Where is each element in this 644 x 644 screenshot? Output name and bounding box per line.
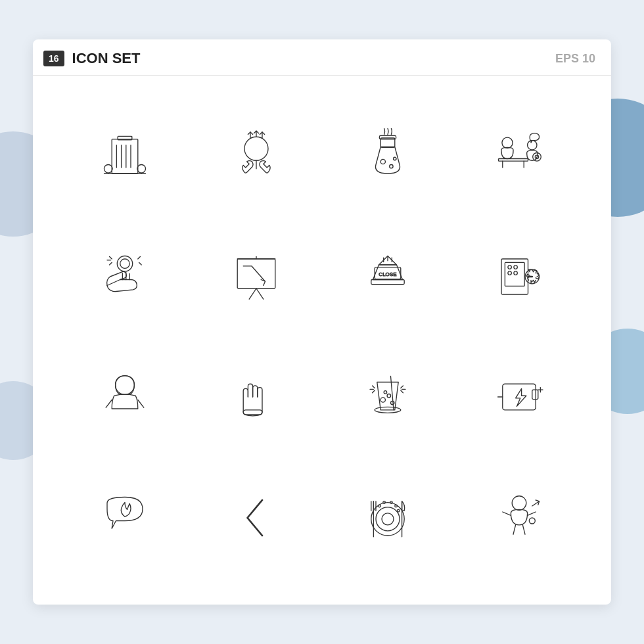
svg-rect-17 [379, 135, 396, 139]
svg-point-31 [117, 256, 132, 271]
svg-point-11 [244, 137, 268, 160]
icon-grid: CLOSE [33, 76, 611, 598]
svg-line-95 [522, 525, 525, 534]
icon-cell-tree-tools [191, 95, 322, 216]
svg-rect-60 [243, 410, 262, 415]
hand-coin-icon [95, 247, 154, 306]
potion-icon [358, 126, 417, 185]
svg-line-36 [138, 256, 141, 259]
svg-point-91 [512, 496, 526, 511]
svg-point-86 [379, 505, 381, 507]
icon-cell-arrow-left [191, 457, 322, 578]
tree-tools-icon [227, 126, 286, 185]
icon-cell-chart-down [191, 216, 322, 337]
svg-point-53 [508, 271, 511, 275]
svg-point-18 [380, 159, 385, 164]
icon-cell-potion [322, 95, 453, 216]
close-sign-icon: CLOSE [358, 247, 417, 306]
svg-point-89 [395, 505, 398, 507]
page-title: ICON SET [72, 50, 141, 67]
icon-cell-drink [322, 337, 453, 458]
badge-number: 16 [43, 51, 64, 66]
svg-line-72 [401, 390, 403, 393]
conversation-icon [490, 126, 549, 185]
svg-point-80 [382, 513, 394, 525]
svg-line-92 [503, 512, 511, 515]
arrow-left-icon [227, 488, 286, 547]
svg-line-59 [138, 400, 144, 408]
svg-point-51 [508, 265, 511, 269]
svg-point-79 [376, 507, 400, 531]
svg-line-39 [249, 288, 256, 299]
svg-line-70 [401, 386, 403, 388]
svg-rect-46 [371, 279, 404, 284]
main-card: 16 ICON SET EPS 10 [33, 39, 611, 605]
icon-cell-hand-coin [59, 216, 191, 337]
svg-point-19 [390, 164, 393, 168]
svg-line-37 [139, 262, 142, 265]
svg-line-67 [373, 386, 375, 388]
icon-cell-building [59, 95, 191, 216]
eps-label: EPS 10 [555, 52, 595, 66]
battery-icon [490, 367, 549, 426]
svg-point-32 [120, 259, 129, 268]
svg-rect-73 [503, 384, 536, 411]
svg-point-8 [137, 164, 146, 173]
icon-cell-close-sign: CLOSE [322, 216, 453, 337]
svg-rect-38 [237, 259, 275, 288]
svg-rect-74 [532, 390, 538, 400]
svg-point-90 [397, 510, 400, 513]
icon-cell-battery [453, 337, 585, 458]
svg-line-93 [528, 512, 536, 515]
header-left: 16 ICON SET [43, 50, 140, 67]
svg-line-40 [256, 288, 264, 299]
svg-point-21 [502, 137, 513, 148]
woman-icon [95, 367, 154, 426]
svg-line-33 [110, 256, 112, 259]
svg-line-58 [106, 400, 112, 408]
card-header: 16 ICON SET EPS 10 [33, 39, 611, 76]
svg-point-25 [528, 140, 537, 149]
svg-point-97 [529, 518, 535, 524]
chart-down-icon [227, 247, 286, 306]
svg-point-62 [380, 398, 385, 402]
svg-line-69 [373, 390, 375, 393]
gloves-icon [227, 367, 286, 426]
icon-cell-person-arrow [453, 457, 585, 578]
svg-line-94 [513, 525, 516, 534]
svg-point-20 [394, 157, 397, 160]
icon-cell-woman [59, 337, 191, 458]
food-plate-icon [358, 488, 417, 547]
svg-text:CLOSE: CLOSE [379, 271, 397, 277]
person-arrow-icon [490, 488, 549, 547]
drink-icon [358, 367, 417, 426]
svg-rect-0 [112, 139, 138, 173]
svg-point-65 [391, 402, 394, 405]
icon-cell-fire-chat [59, 457, 191, 578]
svg-point-54 [514, 271, 517, 275]
icon-cell-machine [453, 216, 585, 337]
icon-cell-conversation [453, 95, 585, 216]
svg-point-52 [514, 265, 517, 269]
svg-point-6 [104, 164, 113, 173]
fire-chat-icon [95, 488, 154, 547]
icon-cell-gloves [191, 337, 322, 458]
svg-rect-22 [499, 158, 528, 161]
machine-icon [490, 247, 549, 306]
svg-point-64 [384, 391, 387, 394]
svg-line-35 [110, 262, 112, 265]
building-icon [95, 126, 154, 185]
svg-rect-49 [501, 259, 528, 294]
svg-point-63 [387, 394, 390, 398]
icon-cell-food-plate [322, 457, 453, 578]
